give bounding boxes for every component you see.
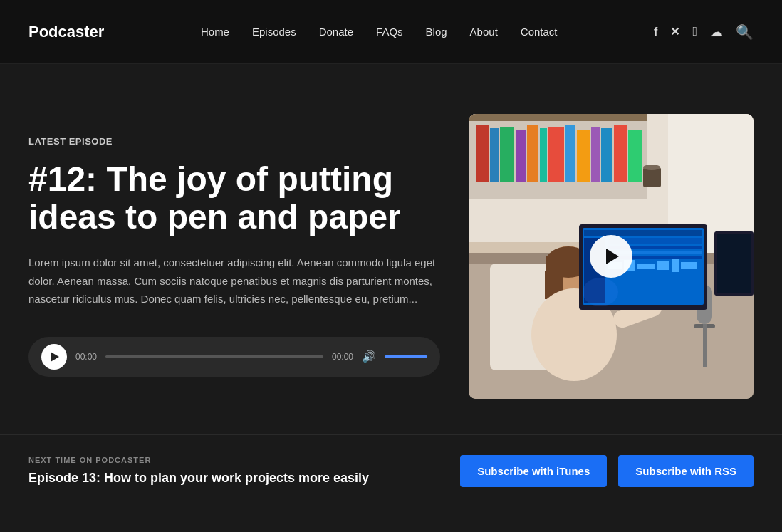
subscribe-buttons: Subscribe with iTunes Subscribe with RSS	[460, 455, 754, 487]
play-button[interactable]	[41, 344, 67, 370]
episode-thumbnail	[469, 114, 754, 399]
svg-rect-44	[672, 259, 679, 272]
apple-icon[interactable]: 	[692, 24, 697, 39]
episode-description: Lorem ipsum dolor sit amet, consectetuer…	[28, 254, 440, 308]
next-episode-label: NEXT TIME ON PODCASTER	[28, 456, 460, 464]
svg-rect-42	[637, 264, 655, 269]
hero-content: Latest Episode #12: The joy of putting i…	[28, 136, 440, 376]
nav-episodes[interactable]: Episodes	[252, 26, 296, 38]
audio-progress-bar[interactable]	[105, 355, 323, 358]
bottom-bar: NEXT TIME ON PODCASTER Episode 13: How t…	[0, 434, 782, 507]
site-logo[interactable]: Podcaster	[28, 23, 104, 41]
svg-rect-31	[703, 324, 707, 367]
svg-rect-16	[614, 125, 627, 182]
svg-rect-13	[577, 130, 590, 182]
nav-about[interactable]: About	[470, 26, 498, 38]
facebook-icon[interactable]: f	[654, 26, 657, 38]
svg-rect-8	[516, 130, 526, 182]
svg-rect-45	[681, 262, 697, 269]
nav-home[interactable]: Home	[201, 26, 229, 38]
next-episode-info: NEXT TIME ON PODCASTER Episode 13: How t…	[28, 456, 460, 486]
nav-faqs[interactable]: FAQs	[376, 26, 403, 38]
svg-rect-7	[500, 127, 514, 182]
site-header: Podcaster Home Episodes Donate FAQs Blog…	[0, 0, 782, 64]
subscribe-rss-button[interactable]: Subscribe with RSS	[618, 455, 754, 487]
episode-tag: Latest Episode	[28, 136, 440, 147]
svg-point-19	[643, 165, 660, 170]
svg-rect-6	[490, 128, 499, 182]
soundcloud-icon[interactable]: ☁	[710, 24, 723, 40]
svg-rect-47	[717, 234, 751, 293]
play-triangle-icon	[51, 352, 59, 362]
hero-section: Latest Episode #12: The joy of putting i…	[0, 64, 782, 434]
svg-rect-14	[591, 127, 600, 182]
nav-blog[interactable]: Blog	[426, 26, 447, 38]
audio-player: 00:00 00:00 🔊	[28, 337, 440, 377]
video-play-button[interactable]	[590, 235, 632, 278]
svg-rect-17	[628, 130, 642, 182]
svg-rect-12	[565, 125, 575, 182]
audio-time-end: 00:00	[332, 352, 353, 362]
svg-rect-34	[584, 230, 702, 236]
volume-bar[interactable]	[385, 355, 427, 358]
svg-rect-10	[540, 128, 547, 182]
episode-title: #12: The joy of putting ideas to pen and…	[28, 161, 440, 236]
main-nav: Home Episodes Donate FAQs Blog About Con…	[201, 26, 558, 38]
audio-time-start: 00:00	[75, 352, 97, 362]
nav-contact[interactable]: Contact	[521, 26, 558, 38]
svg-rect-9	[527, 125, 538, 182]
twitter-x-icon[interactable]: ✕	[670, 25, 679, 38]
svg-rect-15	[601, 128, 612, 182]
subscribe-itunes-button[interactable]: Subscribe with iTunes	[460, 455, 607, 487]
svg-rect-18	[643, 167, 661, 187]
svg-rect-11	[548, 127, 564, 182]
play-triangle-overlay	[606, 249, 619, 264]
svg-rect-5	[476, 125, 489, 182]
svg-point-48	[583, 278, 618, 306]
next-episode-title: Episode 13: How to plan your work projec…	[28, 470, 460, 486]
nav-donate[interactable]: Donate	[319, 26, 353, 38]
volume-icon[interactable]: 🔊	[362, 350, 376, 363]
header-social: f ✕  ☁ 🔍	[654, 24, 754, 41]
search-icon[interactable]: 🔍	[736, 24, 754, 41]
svg-rect-43	[657, 261, 669, 270]
